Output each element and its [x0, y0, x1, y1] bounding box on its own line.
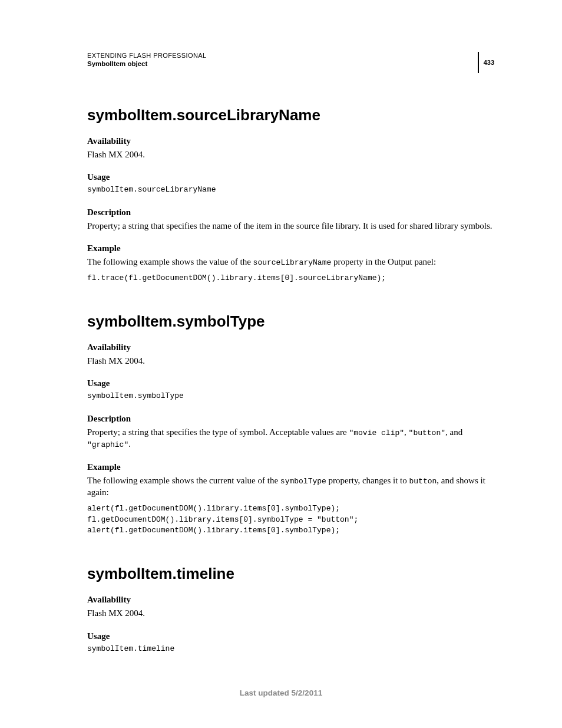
desc-post: .	[128, 439, 131, 449]
availability-label: Availability	[87, 595, 494, 605]
example-label: Example	[87, 243, 494, 253]
example-intro-post: property in the Output panel:	[331, 257, 436, 266]
inline-code: "movie clip"	[349, 429, 404, 437]
section-heading: symbolItem.symbolType	[87, 312, 494, 331]
example-code: fl.trace(fl.getDocumentDOM().library.ite…	[87, 273, 494, 284]
description-text: Property; a string that specifies the na…	[87, 220, 494, 232]
doc-subtitle: SymbolItem object	[87, 60, 207, 67]
desc-mid: ,	[404, 427, 409, 437]
page-number: 433	[484, 59, 494, 66]
usage-label: Usage	[87, 378, 494, 388]
example-intro-pre: The following example shows the current …	[87, 476, 280, 485]
example-intro: The following example shows the current …	[87, 475, 494, 499]
usage-code: symbolItem.timeline	[87, 644, 494, 655]
page-number-block: 433	[478, 52, 494, 73]
desc-pre: Property; a string that specifies the ty…	[87, 427, 349, 437]
inline-code: button	[409, 477, 437, 486]
example-intro: The following example shows the value of…	[87, 256, 494, 268]
header-left: EXTENDING FLASH PROFESSIONAL SymbolItem …	[87, 52, 207, 67]
usage-label: Usage	[87, 172, 494, 182]
description-text: Property; a string that specifies the ty…	[87, 426, 494, 450]
description-label: Description	[87, 207, 494, 218]
example-intro-pre: The following example shows the value of…	[87, 257, 253, 266]
description-label: Description	[87, 414, 494, 424]
desc-mid: , and	[445, 427, 462, 437]
example-label: Example	[87, 462, 494, 472]
usage-code: symbolItem.symbolType	[87, 391, 494, 402]
section-heading: symbolItem.timeline	[87, 565, 494, 583]
availability-text: Flash MX 2004.	[87, 355, 494, 367]
inline-code: symbolType	[280, 477, 326, 486]
page-footer: Last updated 5/2/2011	[0, 689, 562, 697]
availability-text: Flash MX 2004.	[87, 149, 494, 160]
usage-code: symbolItem.sourceLibraryName	[87, 185, 494, 196]
availability-label: Availability	[87, 136, 494, 146]
usage-label: Usage	[87, 631, 494, 641]
example-intro-mid: property, changes it to	[326, 476, 409, 485]
inline-code: "button"	[409, 429, 445, 437]
doc-title: EXTENDING FLASH PROFESSIONAL	[87, 52, 207, 59]
inline-code: "graphic"	[87, 440, 128, 449]
section-heading: symbolItem.sourceLibraryName	[87, 106, 494, 124]
availability-label: Availability	[87, 342, 494, 353]
example-code: alert(fl.getDocumentDOM().library.items[…	[87, 503, 494, 537]
availability-text: Flash MX 2004.	[87, 607, 494, 619]
page-header: EXTENDING FLASH PROFESSIONAL SymbolItem …	[87, 52, 494, 73]
inline-code: sourceLibraryName	[253, 258, 332, 267]
page-number-rule	[478, 52, 479, 73]
document-page: EXTENDING FLASH PROFESSIONAL SymbolItem …	[0, 0, 562, 728]
